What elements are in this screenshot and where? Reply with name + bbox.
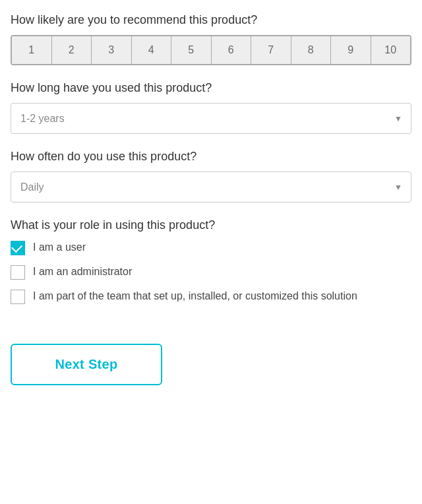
role-section: What is your role in using this product?… (11, 218, 411, 304)
rating-cell-3[interactable]: 3 (92, 36, 132, 64)
checkbox-label-0: I am a user (33, 240, 86, 255)
checkbox-box-0[interactable] (11, 241, 25, 255)
role-checkbox-group: I am a userI am an administratorI am par… (11, 240, 411, 304)
rating-scale[interactable]: 12345678910 (11, 35, 411, 65)
next-step-button[interactable]: Next Step (11, 344, 162, 385)
role-option-0[interactable]: I am a user (11, 240, 411, 255)
recommend-question: How likely are you to recommend this pro… (11, 13, 411, 27)
rating-cell-2[interactable]: 2 (52, 36, 92, 64)
frequency-section: How often do you use this product? Daily… (11, 150, 411, 203)
role-option-1[interactable]: I am an administrator (11, 265, 411, 280)
checkbox-label-1: I am an administrator (33, 265, 132, 279)
checkbox-label-2: I am part of the team that set up, insta… (33, 289, 357, 303)
duration-dropdown-wrapper: Less than 1 year1-2 years3-5 yearsMore t… (11, 103, 411, 134)
frequency-dropdown[interactable]: DailyWeeklyMonthlyRarely (11, 172, 411, 203)
checkbox-box-2[interactable] (11, 290, 25, 304)
rating-cell-1[interactable]: 1 (12, 36, 52, 64)
rating-cell-9[interactable]: 9 (331, 36, 371, 64)
rating-cell-6[interactable]: 6 (212, 36, 252, 64)
duration-question: How long have you used this product? (11, 81, 411, 95)
role-option-2[interactable]: I am part of the team that set up, insta… (11, 289, 411, 304)
rating-cell-4[interactable]: 4 (132, 36, 172, 64)
frequency-question: How often do you use this product? (11, 150, 411, 164)
duration-section: How long have you used this product? Les… (11, 81, 411, 134)
rating-cell-5[interactable]: 5 (171, 36, 212, 64)
checkbox-box-1[interactable] (11, 265, 25, 280)
frequency-dropdown-wrapper: DailyWeeklyMonthlyRarely ▼ (11, 172, 411, 203)
duration-dropdown[interactable]: Less than 1 year1-2 years3-5 yearsMore t… (11, 103, 411, 134)
rating-cell-7[interactable]: 7 (251, 36, 291, 64)
role-question: What is your role in using this product? (11, 218, 411, 232)
rating-cell-10[interactable]: 10 (371, 36, 411, 64)
recommend-section: How likely are you to recommend this pro… (11, 13, 411, 65)
rating-cell-8[interactable]: 8 (291, 36, 332, 64)
